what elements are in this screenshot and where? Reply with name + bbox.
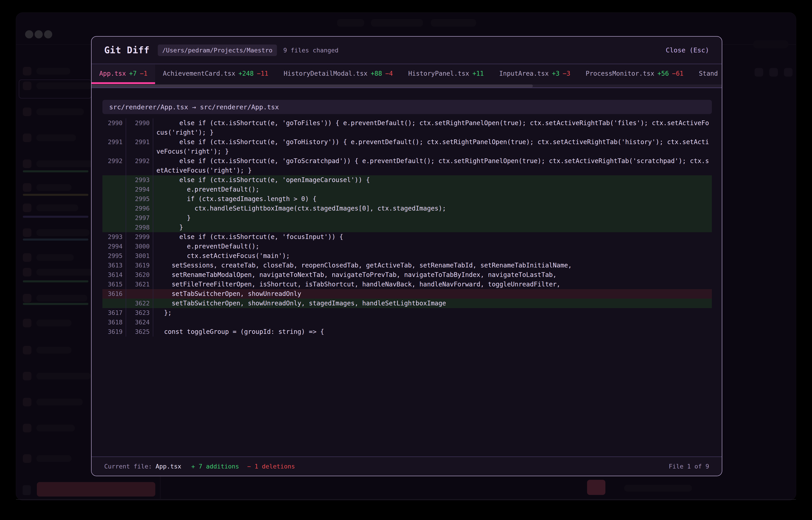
diff-file-tab-historydetailmodal-tsx[interactable]: HistoryDetailModal.tsx+88−4 — [276, 64, 400, 82]
sidebar-item-icon-dim — [23, 107, 31, 116]
code-line: setFileTreeFilterOpen, isShortcut, isTab… — [153, 280, 712, 289]
diff-file-tab-inputarea-tsx[interactable]: InputArea.tsx+3−3 — [491, 64, 578, 82]
sidebar-item-label-blob — [36, 82, 92, 89]
tab-deletions: −4 — [385, 70, 393, 77]
git-diff-modal: Git Diff /Users/pedram/Projects/Maestro … — [91, 36, 722, 476]
old-line-number: 2992 — [102, 156, 126, 175]
window-title-blob — [371, 19, 423, 27]
tab-label: AchievementCard.tsx — [163, 70, 235, 77]
sidebar-item-icon-dim — [23, 372, 31, 381]
modal-title: Git Diff — [104, 45, 150, 55]
code-line: e.preventDefault(); — [153, 242, 712, 251]
sidebar-item-icon-dim — [23, 319, 31, 327]
sidebar-item-label-blob — [36, 295, 87, 302]
sidebar-item-icon-dim — [23, 253, 31, 262]
sidebar-item-label-blob — [36, 134, 76, 141]
sidebar-progress-bar-dim — [23, 216, 89, 218]
new-line-number: 3620 — [126, 270, 153, 280]
code-line: else if (ctx.isShortcut(e, 'openImageCar… — [153, 175, 712, 185]
file-tabs: App.tsx+7−1AchievementCard.tsx+248−11His… — [92, 64, 722, 84]
code-line: else if (ctx.isShortcut(e, 'goToHistory'… — [153, 137, 712, 156]
code-line: } — [153, 213, 712, 223]
old-line-number — [102, 185, 126, 194]
sidebar-item-icon-dim — [23, 424, 31, 432]
new-line-number: 2995 — [126, 194, 153, 204]
tab-deletions: −3 — [563, 70, 570, 77]
deletions-count: − 1 deletions — [247, 463, 295, 470]
old-line-number: 3615 — [102, 280, 126, 289]
diff-file-tab-processmonitor-tsx[interactable]: ProcessMonitor.tsx+56−61 — [578, 64, 691, 82]
diff-row: 29932999 else if (ctx.isShortcut(e, 'foc… — [102, 232, 712, 242]
bottombar-divider — [16, 499, 796, 500]
tab-additions: +3 — [552, 70, 560, 77]
traffic-light-close-icon[interactable] — [25, 30, 33, 38]
code-line: const toggleGroup = (groupId: string) =>… — [153, 327, 712, 337]
new-line-number: 3623 — [126, 308, 153, 318]
header-icon-dim — [784, 68, 792, 77]
diff-row: 2993 else if (ctx.isShortcut(e, 'openIma… — [102, 175, 712, 185]
diff-row: 3616 setTabSwitcherOpen, showUnreadOnly — [102, 289, 712, 298]
current-file-name: App.tsx — [155, 463, 181, 470]
tab-label: Stand — [699, 70, 718, 77]
tab-additions: +11 — [472, 70, 484, 77]
diff-row: 2994 e.preventDefault(); — [102, 185, 712, 194]
sidebar-item-label-blob — [36, 68, 70, 75]
diff-row: 29922992 else if (ctx.isShortcut(e, 'goT… — [102, 156, 712, 175]
sidebar-item-icon-dim — [23, 454, 31, 463]
files-changed-count: 9 files changed — [283, 47, 338, 54]
sidebar-item-icon-dim — [23, 82, 31, 90]
new-line-number: 2991 — [126, 137, 153, 156]
tabs-scrollbar-thumb[interactable] — [92, 84, 533, 87]
old-line-number — [102, 223, 126, 232]
diff-row: 2995 if (ctx.stagedImages.length > 0) { — [102, 194, 712, 204]
old-line-number — [102, 298, 126, 308]
old-line-number — [102, 175, 126, 185]
code-line: setTabSwitcherOpen, showUnreadOnly — [153, 289, 712, 298]
additions-count: + 7 additions — [191, 463, 239, 470]
tab-label: HistoryPanel.tsx — [408, 70, 469, 77]
diff-file-tab-historypanel-tsx[interactable]: HistoryPanel.tsx+11 — [400, 64, 491, 82]
sidebar-item-label-blob — [36, 455, 71, 462]
old-line-number: 3617 — [102, 308, 126, 318]
diff-file-tab-achievementcard-tsx[interactable]: AchievementCard.tsx+248−11 — [155, 64, 276, 82]
sidebar-progress-bar-dim — [23, 194, 89, 196]
traffic-light-minimize-icon[interactable] — [34, 30, 43, 38]
traffic-light-zoom-icon[interactable] — [44, 30, 52, 38]
tabs-scrollbar-track[interactable] — [92, 84, 722, 87]
diff-file-tab-stand[interactable]: Stand — [691, 64, 722, 82]
tab-additions: +88 — [371, 70, 382, 77]
close-button[interactable]: Close (Esc) — [666, 46, 709, 54]
tab-additions: +7 — [129, 70, 137, 77]
modal-footer: Current file: App.tsx + 7 additions − 1 … — [92, 457, 722, 476]
old-line-number: 3613 — [102, 261, 126, 270]
new-line-number: 2994 — [126, 185, 153, 194]
sidebar-item-label-blob — [36, 347, 71, 354]
sidebar-item-icon-dim — [23, 398, 31, 407]
diff-area: src/renderer/App.tsx → src/renderer/App.… — [92, 88, 722, 458]
code-line: setRenameTabModalOpen, navigateToNextTab… — [153, 270, 712, 280]
code-line: }; — [153, 308, 712, 318]
tab-label: InputArea.tsx — [499, 70, 549, 77]
tab-deletions: −11 — [257, 70, 268, 77]
sidebar-item-label-blob — [36, 229, 90, 236]
diff-row: 36133619 setSessions, createTab, closeTa… — [102, 261, 712, 270]
diff-row: 29953001 ctx.setActiveFocus('main'); — [102, 251, 712, 261]
sidebar-item-icon-dim — [23, 183, 31, 192]
old-line-number — [102, 213, 126, 223]
code-line: else if (ctx.isShortcut(e, 'focusInput')… — [153, 232, 712, 242]
new-line-number: 2999 — [126, 232, 153, 242]
new-line-number: 2992 — [126, 156, 153, 175]
diff-row: 2997 } — [102, 213, 712, 223]
tab-additions: +248 — [239, 70, 254, 77]
sidebar-item-label-blob — [36, 320, 71, 327]
old-line-number: 2993 — [102, 232, 126, 242]
code-line: } — [153, 223, 712, 232]
diff-row: 36183624 — [102, 318, 712, 327]
modal-header: Git Diff /Users/pedram/Projects/Maestro … — [92, 36, 722, 64]
new-line-number: 3624 — [126, 318, 153, 327]
new-line-number: 2996 — [126, 204, 153, 213]
code-line: setTabSwitcherOpen, showUnreadOnly, stag… — [153, 298, 712, 308]
diff-file-tab-app-tsx[interactable]: App.tsx+7−1 — [92, 64, 155, 84]
header-icon-dim — [769, 68, 778, 77]
code-line: e.preventDefault(); — [153, 185, 712, 194]
